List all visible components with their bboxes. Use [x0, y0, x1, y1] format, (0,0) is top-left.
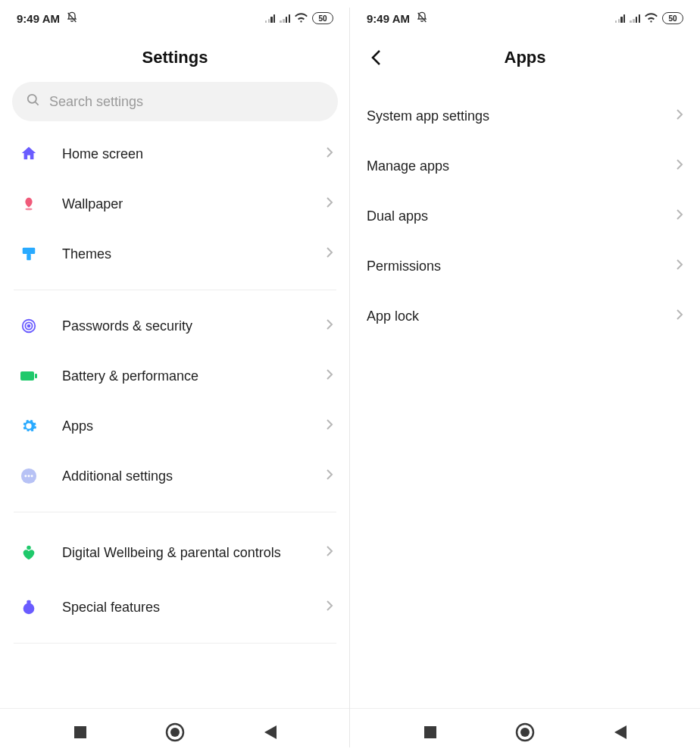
themes-icon: [18, 246, 39, 262]
search-icon: [26, 92, 40, 111]
row-additional-settings[interactable]: Additional settings: [0, 451, 350, 501]
settings-list[interactable]: Home screen Wallpaper Themes Passwords &…: [0, 124, 350, 708]
svg-line-2: [36, 102, 39, 105]
home-icon: [18, 146, 39, 162]
status-bar: 9:49 AM 50: [350, 0, 700, 36]
svg-point-15: [27, 546, 31, 550]
row-label: Themes: [62, 246, 326, 263]
row-battery-performance[interactable]: Battery & performance: [0, 351, 350, 401]
svg-rect-18: [74, 726, 86, 738]
chevron-right-icon: [676, 208, 683, 224]
row-label: App lock: [367, 308, 676, 325]
search-box[interactable]: [12, 82, 338, 121]
svg-point-16: [23, 603, 35, 615]
row-dual-apps[interactable]: Dual apps: [350, 191, 700, 241]
svg-point-1: [28, 95, 36, 103]
row-label: Digital Wellbeing & parental controls: [62, 544, 326, 562]
status-left: 9:49 AM: [367, 11, 428, 26]
apps-list[interactable]: System app settings Manage apps Dual app…: [350, 79, 700, 708]
signal-2-icon: [280, 14, 290, 23]
row-label: Wallpaper: [62, 196, 326, 213]
row-special-features[interactable]: Special features: [0, 582, 350, 632]
svg-point-12: [24, 475, 27, 478]
battery-icon: 50: [312, 12, 333, 24]
svg-rect-9: [20, 371, 34, 381]
row-label: Manage apps: [367, 158, 676, 175]
group-divider: [14, 512, 336, 512]
chevron-right-icon: [326, 368, 333, 384]
nav-back-button[interactable]: [255, 717, 286, 747]
status-right: 50: [615, 12, 683, 25]
svg-rect-17: [27, 600, 31, 604]
wifi-icon: [645, 12, 658, 25]
row-app-lock[interactable]: App lock: [350, 291, 700, 341]
svg-point-14: [31, 475, 33, 478]
fingerprint-icon: [18, 318, 39, 334]
dnd-icon: [66, 11, 78, 26]
nav-recent-button[interactable]: [65, 717, 95, 747]
svg-rect-5: [27, 254, 31, 260]
chevron-right-icon: [676, 309, 683, 324]
row-label: Dual apps: [367, 208, 676, 225]
row-themes[interactable]: Themes: [0, 229, 350, 279]
row-wallpaper[interactable]: Wallpaper: [0, 179, 350, 229]
settings-screen: 9:49 AM 50 Settings: [0, 0, 350, 755]
signal-1-icon: [265, 14, 276, 23]
more-icon: [18, 468, 39, 484]
svg-point-24: [520, 728, 530, 737]
chevron-right-icon: [326, 196, 333, 211]
search-input[interactable]: [49, 94, 324, 110]
clock-text: 9:49 AM: [367, 12, 410, 25]
row-label: System app settings: [367, 108, 676, 125]
chevron-right-icon: [676, 258, 683, 274]
status-bar: 9:49 AM 50: [0, 0, 350, 36]
svg-point-13: [28, 475, 30, 478]
special-features-icon: [18, 599, 39, 616]
chevron-right-icon: [326, 246, 333, 262]
wallpaper-icon: [18, 196, 39, 212]
page-title: Apps: [505, 48, 546, 67]
row-permissions[interactable]: Permissions: [350, 241, 700, 291]
row-system-app-settings[interactable]: System app settings: [350, 91, 700, 141]
nav-home-button[interactable]: [160, 717, 190, 747]
navigation-bar: [350, 708, 700, 755]
navigation-bar: [0, 708, 350, 755]
row-label: Special features: [62, 599, 326, 616]
svg-point-20: [170, 728, 180, 737]
chevron-right-icon: [326, 146, 333, 161]
chevron-right-icon: [676, 108, 683, 124]
signal-2-icon: [630, 14, 640, 23]
chevron-right-icon: [326, 318, 333, 334]
battery-icon: 50: [662, 12, 683, 24]
battery-icon: [18, 370, 39, 382]
row-manage-apps[interactable]: Manage apps: [350, 141, 700, 191]
nav-back-button[interactable]: [605, 717, 636, 747]
status-left: 9:49 AM: [17, 11, 78, 26]
row-label: Battery & performance: [62, 368, 326, 385]
svg-point-3: [25, 208, 32, 211]
dnd-icon: [416, 11, 428, 26]
row-label: Home screen: [62, 146, 326, 163]
nav-recent-button[interactable]: [415, 717, 445, 747]
group-divider: [14, 290, 336, 290]
row-label: Passwords & security: [62, 318, 326, 335]
svg-rect-10: [35, 374, 37, 378]
row-label: Additional settings: [62, 468, 326, 485]
svg-rect-22: [424, 726, 436, 738]
row-home-screen[interactable]: Home screen: [0, 129, 350, 179]
row-passwords-security[interactable]: Passwords & security: [0, 301, 350, 351]
row-label: Apps: [62, 418, 326, 435]
chevron-right-icon: [326, 418, 333, 434]
page-title: Settings: [142, 48, 208, 67]
row-label: Permissions: [367, 258, 676, 275]
apps-header: Apps: [350, 36, 700, 79]
nav-home-button[interactable]: [510, 717, 540, 747]
row-apps[interactable]: Apps: [0, 401, 350, 451]
back-button[interactable]: [364, 45, 388, 70]
chevron-right-icon: [676, 158, 683, 174]
chevron-right-icon: [326, 545, 333, 560]
row-digital-wellbeing[interactable]: Digital Wellbeing & parental controls: [0, 523, 350, 582]
apps-screen: 9:49 AM 50 App: [350, 0, 700, 755]
signal-1-icon: [615, 14, 626, 23]
wellbeing-icon: [18, 544, 39, 561]
